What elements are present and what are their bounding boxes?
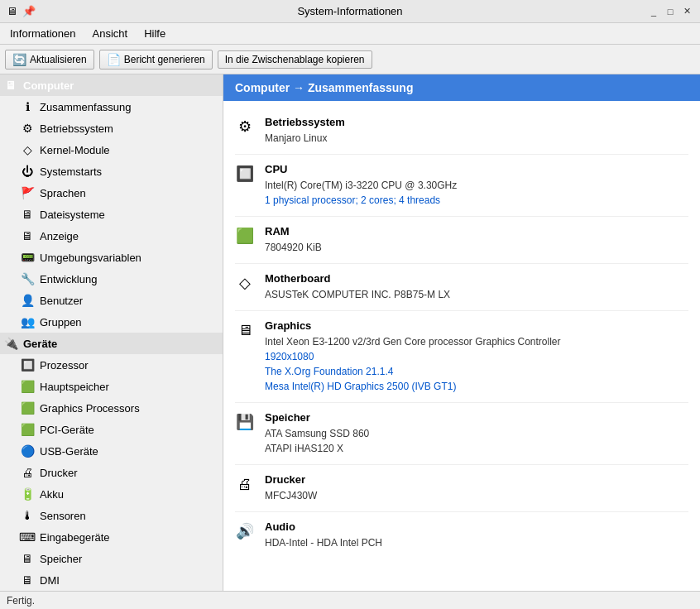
menubar: Informationen Ansicht Hilfe <box>0 23 700 45</box>
graphics-value-1: 1920x1080 <box>265 349 688 364</box>
sidebar-item-zusammenfassung[interactable]: ℹ Zusammenfassung <box>0 96 223 117</box>
input-icon: ⌨ <box>20 530 35 544</box>
zusammenfassung-label: Zusammenfassung <box>40 101 132 113</box>
sidebar-item-dateisysteme[interactable]: 🖥 Dateisysteme <box>0 204 223 225</box>
graphics-section-icon: 🖥 <box>235 320 255 340</box>
sidebar-item-systemstarts[interactable]: ⏻ Systemstarts <box>0 161 223 182</box>
section-audio: 🔊 Audio HDA-Intel - HDA Intel PCH <box>235 512 688 559</box>
ram-section-icon: 🟩 <box>235 226 255 246</box>
drucker-value: MFCJ430W <box>265 488 688 503</box>
sidebar-item-kernel[interactable]: ◇ Kernel-Module <box>0 139 223 161</box>
pin-icon: 📌 <box>22 5 36 17</box>
pci-icon: 🟩 <box>20 422 35 437</box>
user-icon: 👤 <box>20 293 35 308</box>
minimize-button[interactable]: _ <box>647 5 660 18</box>
report-icon: 📄 <box>107 53 121 66</box>
dmi-label: DMI <box>40 574 60 587</box>
clipboard-button[interactable]: In die Zwischenablage kopieren <box>218 50 372 69</box>
benutzer-label: Benutzer <box>40 295 83 307</box>
motherboard-title: Motherboard <box>265 272 688 285</box>
sidebar-item-hauptspeicher[interactable]: 🟩 Hauptspeicher <box>0 376 223 397</box>
sidebar-item-prozessor[interactable]: 🔲 Prozessor <box>0 354 223 376</box>
prozessor-label: Prozessor <box>40 359 89 372</box>
speicher-title: Speicher <box>265 411 688 424</box>
graphics-value-0: Intel Xeon E3-1200 v2/3rd Gen Core proce… <box>265 334 688 349</box>
menu-informationen[interactable]: Informationen <box>3 26 83 41</box>
drucker-label: Drucker <box>40 467 78 479</box>
sidebar-item-computer[interactable]: 🖥 Computer <box>0 74 223 96</box>
cpu-value-0: Intel(R) Core(TM) i3-3220 CPU @ 3.30GHz <box>265 178 688 193</box>
sidebar-item-usb[interactable]: 🔵 USB-Geräte <box>0 440 223 462</box>
bericht-generieren-button[interactable]: 📄 Bericht generieren <box>99 50 213 70</box>
section-drucker: 🖨 Drucker MFCJ430W <box>235 465 688 512</box>
kernel-label: Kernel-Module <box>40 144 110 156</box>
graphics-title: Graphics <box>265 319 688 332</box>
usb-icon: 🔵 <box>20 444 35 458</box>
betriebssystem-value: Manjaro Linux <box>265 131 688 146</box>
anzeige-label: Anzeige <box>40 230 79 242</box>
sidebar-item-geraete[interactable]: 🔌 Geräte <box>0 333 223 354</box>
menu-ansicht[interactable]: Ansicht <box>86 26 135 41</box>
aktualisieren-button[interactable]: 🔄 Aktualisieren <box>5 50 94 70</box>
close-button[interactable]: ✕ <box>680 5 693 18</box>
clipboard-label: In die Zwischenablage kopieren <box>225 54 365 65</box>
motherboard-icon: ◇ <box>235 273 255 293</box>
titlebar-left: 🖥 📌 <box>7 5 36 17</box>
sidebar-item-akku[interactable]: 🔋 Akku <box>0 483 223 505</box>
menu-hilfe[interactable]: Hilfe <box>137 26 172 41</box>
battery-icon: 🔋 <box>20 487 35 501</box>
graphics-value-3: Mesa Intel(R) HD Graphics 2500 (IVB GT1) <box>265 379 688 394</box>
maximize-button[interactable]: □ <box>664 5 677 18</box>
section-graphics: 🖥 Graphics Intel Xeon E3-1200 v2/3rd Gen… <box>235 311 688 403</box>
audio-value: HDA-Intel - HDA Intel PCH <box>265 535 688 550</box>
sensor-icon: 🌡 <box>20 508 35 523</box>
titlebar-title: System-Informationen <box>297 5 402 17</box>
sidebar-item-dmi[interactable]: 🖥 DMI <box>0 569 223 591</box>
sidebar-item-sensoren[interactable]: 🌡 Sensoren <box>0 505 223 526</box>
motherboard-content: Motherboard ASUSTeK COMPUTER INC. P8B75-… <box>265 272 688 302</box>
status-text: Fertig. <box>7 595 35 607</box>
dev-icon: 🔧 <box>20 271 35 286</box>
akku-label: Akku <box>40 488 64 501</box>
aktualisieren-label: Aktualisieren <box>30 54 87 65</box>
sidebar-item-gruppen[interactable]: 👥 Gruppen <box>0 311 223 333</box>
usb-label: USB-Geräte <box>40 445 98 458</box>
motherboard-value: ASUSTeK COMPUTER INC. P8B75-M LX <box>265 287 688 302</box>
power-icon: ⏻ <box>20 164 35 179</box>
bericht-label: Bericht generieren <box>124 54 205 65</box>
sidebar-item-entwicklung[interactable]: 🔧 Entwicklung <box>0 268 223 290</box>
sidebar-item-drucker[interactable]: 🖨 Drucker <box>0 462 223 483</box>
graphics-content: Graphics Intel Xeon E3-1200 v2/3rd Gen C… <box>265 319 688 394</box>
sidebar-item-graphics-processors[interactable]: 🟩 Graphics Processors <box>0 397 223 419</box>
flag-icon: 🚩 <box>20 185 35 200</box>
sidebar: 🖥 Computer ℹ Zusammenfassung ⚙ Betriebss… <box>0 74 223 591</box>
betriebssystem-icon: ⚙ <box>235 117 255 137</box>
ram-title: RAM <box>265 225 688 237</box>
storage-icon: 🖥 <box>20 551 35 566</box>
sidebar-item-pci[interactable]: 🟩 PCI-Geräte <box>0 419 223 440</box>
sidebar-item-sprachen[interactable]: 🚩 Sprachen <box>0 182 223 204</box>
eingabegeraete-label: Eingabegeräte <box>40 531 110 544</box>
sidebar-item-eingabegeraete[interactable]: ⌨ Eingabegeräte <box>0 526 223 548</box>
cpu-section-icon: 🔲 <box>235 164 255 184</box>
cpu-content: CPU Intel(R) Core(TM) i3-3220 CPU @ 3.30… <box>265 163 688 208</box>
sidebar-item-umgebungsvariablen[interactable]: 📟 Umgebungsvariablen <box>0 247 223 268</box>
sidebar-item-speicher[interactable]: 🖥 Speicher <box>0 548 223 569</box>
sprachen-label: Sprachen <box>40 187 86 199</box>
audio-content: Audio HDA-Intel - HDA Intel PCH <box>265 520 688 550</box>
audio-title: Audio <box>265 520 688 533</box>
umgebungsvariablen-label: Umgebungsvariablen <box>40 252 141 264</box>
sidebar-item-betriebssystem[interactable]: ⚙ Betriebssystem <box>0 117 223 139</box>
sidebar-item-benutzer[interactable]: 👤 Benutzer <box>0 290 223 311</box>
computer-icon: 🖥 <box>3 78 18 93</box>
ram-icon: 🟩 <box>20 379 35 394</box>
speicher-section-icon: 💾 <box>235 412 255 432</box>
section-motherboard: ◇ Motherboard ASUSTeK COMPUTER INC. P8B7… <box>235 264 688 311</box>
sidebar-item-anzeige[interactable]: 🖥 Anzeige <box>0 225 223 247</box>
gpu-icon: 🟩 <box>20 400 35 415</box>
betriebssystem-content: Betriebssystem Manjaro Linux <box>265 116 688 146</box>
drucker-section-icon: 🖨 <box>235 474 255 494</box>
gruppen-label: Gruppen <box>40 316 82 328</box>
group-icon: 👥 <box>20 314 35 329</box>
content-header: Computer → Zusammenfassung <box>223 74 700 101</box>
